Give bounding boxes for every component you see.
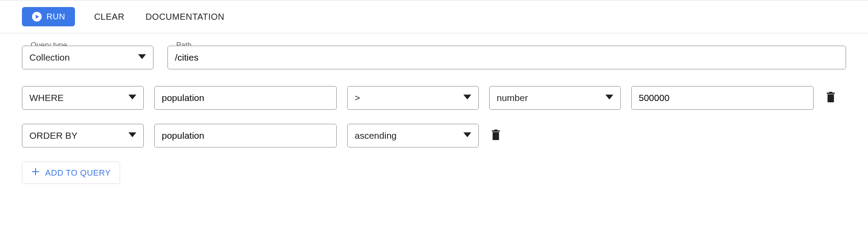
- svg-rect-6: [494, 130, 497, 131]
- run-button[interactable]: RUN: [22, 7, 75, 26]
- where-value-input-wrap: [631, 86, 814, 110]
- path-input-wrap: [167, 46, 846, 69]
- trash-icon: [491, 130, 501, 142]
- toolbar: RUN CLEAR DOCUMENTATION: [0, 0, 868, 33]
- path-input[interactable]: [175, 52, 839, 63]
- query-type-value: Collection: [29, 52, 70, 63]
- where-operator-select[interactable]: >: [347, 86, 479, 110]
- orderby-direction-value: ascending: [355, 130, 397, 141]
- where-field-input[interactable]: [162, 93, 329, 103]
- where-value-input[interactable]: [639, 93, 806, 103]
- svg-rect-8: [32, 171, 39, 172]
- add-to-query-button[interactable]: ADD TO QUERY: [22, 162, 120, 184]
- add-to-query-label: ADD TO QUERY: [45, 168, 111, 178]
- svg-rect-4: [493, 132, 499, 140]
- orderby-field-input-wrap: [154, 124, 337, 148]
- clause-select-orderby[interactable]: ORDER BY: [22, 124, 144, 148]
- documentation-button[interactable]: DOCUMENTATION: [144, 8, 226, 25]
- clause-value: WHERE: [29, 93, 64, 103]
- trash-icon: [826, 92, 836, 104]
- query-type-select[interactable]: Collection: [22, 46, 153, 69]
- chevron-down-icon: [605, 93, 613, 103]
- orderby-field-input[interactable]: [162, 130, 329, 141]
- run-button-label: RUN: [46, 12, 65, 22]
- plus-icon: [31, 167, 40, 178]
- chevron-down-icon: [138, 52, 146, 63]
- chevron-down-icon: [463, 130, 471, 141]
- delete-where-button[interactable]: [824, 90, 837, 106]
- where-valuetype-select[interactable]: number: [489, 86, 621, 110]
- orderby-direction-select[interactable]: ascending: [347, 124, 479, 148]
- query-builder: Query type Collection Path WHERE: [0, 33, 868, 196]
- svg-rect-3: [829, 92, 832, 93]
- clause-select-where[interactable]: WHERE: [22, 86, 144, 110]
- play-circle-icon: [32, 11, 42, 22]
- delete-orderby-button[interactable]: [489, 128, 502, 144]
- svg-rect-1: [828, 94, 834, 102]
- clause-value: ORDER BY: [29, 130, 78, 141]
- where-valuetype-value: number: [497, 93, 528, 103]
- clear-button[interactable]: CLEAR: [92, 8, 126, 25]
- where-operator-value: >: [355, 93, 360, 103]
- chevron-down-icon: [463, 93, 471, 103]
- chevron-down-icon: [128, 130, 136, 141]
- where-field-input-wrap: [154, 86, 337, 110]
- chevron-down-icon: [128, 93, 136, 103]
